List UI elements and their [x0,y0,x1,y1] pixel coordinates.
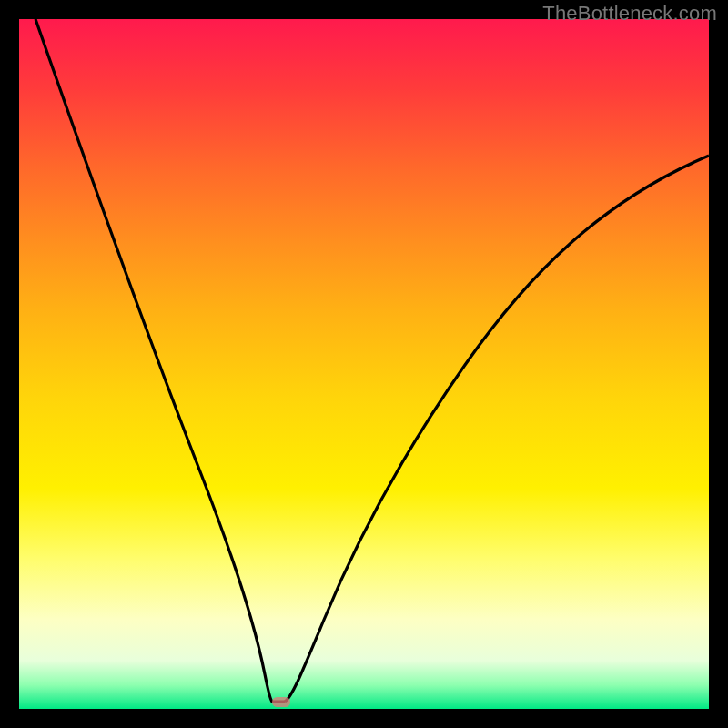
bottleneck-curve [19,19,709,709]
watermark-label: TheBottleneck.com [542,2,717,25]
curve-right-branch [285,156,709,702]
chart-plot-area [19,19,709,709]
optimum-marker [272,697,290,707]
chart-frame: TheBottleneck.com [0,0,728,728]
curve-left-branch [35,19,285,702]
